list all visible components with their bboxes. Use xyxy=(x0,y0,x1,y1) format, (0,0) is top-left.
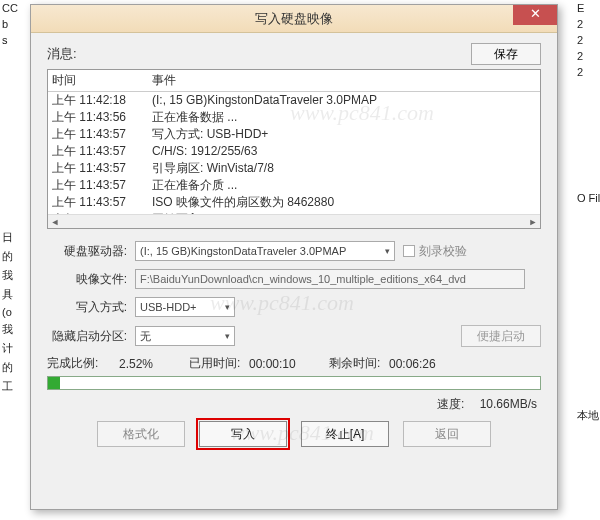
bg-col-2d: 2 xyxy=(574,64,600,80)
log-time: 上午 11:43:57 xyxy=(52,194,152,211)
hide-partition-select[interactable]: 无 ▾ xyxy=(135,326,235,346)
scroll-left-icon[interactable]: ◄ xyxy=(48,215,62,229)
log-row[interactable]: 上午 11:43:57写入方式: USB-HDD+ xyxy=(52,126,536,143)
quick-boot-button[interactable]: 便捷启动 xyxy=(461,325,541,347)
drive-label: 硬盘驱动器: xyxy=(47,243,135,260)
bg-col-2a: 2 xyxy=(574,16,600,32)
log-box[interactable]: 时间 事件 上午 11:42:18(I:, 15 GB)KingstonData… xyxy=(47,69,541,229)
log-row[interactable]: 上午 11:42:18(I:, 15 GB)KingstonDataTravel… xyxy=(52,92,536,109)
chevron-down-icon: ▾ xyxy=(385,246,390,256)
log-row[interactable]: 上午 11:43:56正在准备数据 ... xyxy=(52,109,536,126)
drive-value: (I:, 15 GB)KingstonDataTraveler 3.0PMAP xyxy=(140,245,346,257)
scrollbar-horizontal[interactable]: ◄ ► xyxy=(48,214,540,228)
verify-checkbox[interactable]: 刻录校验 xyxy=(403,243,467,260)
bg-files: O Files) xyxy=(574,190,600,206)
scroll-right-icon[interactable]: ► xyxy=(526,215,540,229)
log-time: 上午 11:43:57 xyxy=(52,160,152,177)
back-button[interactable]: 返回 xyxy=(403,421,491,447)
log-event: 写入方式: USB-HDD+ xyxy=(152,126,536,143)
file-label: 映像文件: xyxy=(47,271,135,288)
log-header-event: 事件 xyxy=(152,72,536,89)
log-time: 上午 11:43:57 xyxy=(52,126,152,143)
elapsed-label: 已用时间: xyxy=(189,355,249,372)
progress-fill xyxy=(48,377,60,389)
log-time: 上午 11:43:57 xyxy=(52,177,152,194)
speed-value: 10.66MB/s xyxy=(480,397,537,411)
write-button[interactable]: 写入 xyxy=(199,421,287,447)
write-image-dialog: 写入硬盘映像 ✕ 消息: 保存 时间 事件 上午 11:42:18(I:, 15… xyxy=(30,4,558,510)
write-mode-select[interactable]: USB-HDD+ ▾ xyxy=(135,297,235,317)
log-time: 上午 11:42:18 xyxy=(52,92,152,109)
mode-value: USB-HDD+ xyxy=(140,301,197,313)
bg-col-2b: 2 xyxy=(574,32,600,48)
log-event: 引导扇区: WinVista/7/8 xyxy=(152,160,536,177)
log-event: 正在准备数据 ... xyxy=(152,109,536,126)
progress-bar xyxy=(47,376,541,390)
dialog-title: 写入硬盘映像 xyxy=(31,10,557,28)
format-button[interactable]: 格式化 xyxy=(97,421,185,447)
message-label: 消息: xyxy=(47,45,471,63)
remain-value: 00:06:26 xyxy=(389,357,459,371)
checkbox-icon xyxy=(403,245,415,257)
bg-local: 本地目录 xyxy=(574,406,600,425)
save-button[interactable]: 保存 xyxy=(471,43,541,65)
speed-label: 速度: xyxy=(437,397,464,411)
mode-label: 写入方式: xyxy=(47,299,135,316)
titlebar: 写入硬盘映像 ✕ xyxy=(31,5,557,33)
image-file-input[interactable] xyxy=(135,269,525,289)
bg-col-e: E xyxy=(574,0,600,16)
chevron-down-icon: ▾ xyxy=(225,331,230,341)
log-row[interactable]: 上午 11:43:57ISO 映像文件的扇区数为 8462880 xyxy=(52,194,536,211)
verify-label: 刻录校验 xyxy=(419,243,467,260)
remain-label: 剩余时间: xyxy=(329,355,389,372)
close-button[interactable]: ✕ xyxy=(513,5,557,25)
bg-col-2c: 2 xyxy=(574,48,600,64)
chevron-down-icon: ▾ xyxy=(225,302,230,312)
abort-button[interactable]: 终止[A] xyxy=(301,421,389,447)
elapsed-value: 00:00:10 xyxy=(249,357,329,371)
log-event: (I:, 15 GB)KingstonDataTraveler 3.0PMAP xyxy=(152,92,536,109)
log-row[interactable]: 上午 11:43:57C/H/S: 1912/255/63 xyxy=(52,143,536,160)
log-row[interactable]: 上午 11:43:57正在准备介质 ... xyxy=(52,177,536,194)
hide-value: 无 xyxy=(140,329,151,344)
log-event: 正在准备介质 ... xyxy=(152,177,536,194)
percent-label: 完成比例: xyxy=(47,355,119,372)
log-header-time: 时间 xyxy=(52,72,152,89)
log-event: C/H/S: 1912/255/63 xyxy=(152,143,536,160)
percent-value: 2.52% xyxy=(119,357,189,371)
hide-label: 隐藏启动分区: xyxy=(47,328,135,345)
drive-select[interactable]: (I:, 15 GB)KingstonDataTraveler 3.0PMAP … xyxy=(135,241,395,261)
log-row[interactable]: 上午 11:43:57引导扇区: WinVista/7/8 xyxy=(52,160,536,177)
log-time: 上午 11:43:57 xyxy=(52,143,152,160)
log-time: 上午 11:43:56 xyxy=(52,109,152,126)
log-event: ISO 映像文件的扇区数为 8462880 xyxy=(152,194,536,211)
